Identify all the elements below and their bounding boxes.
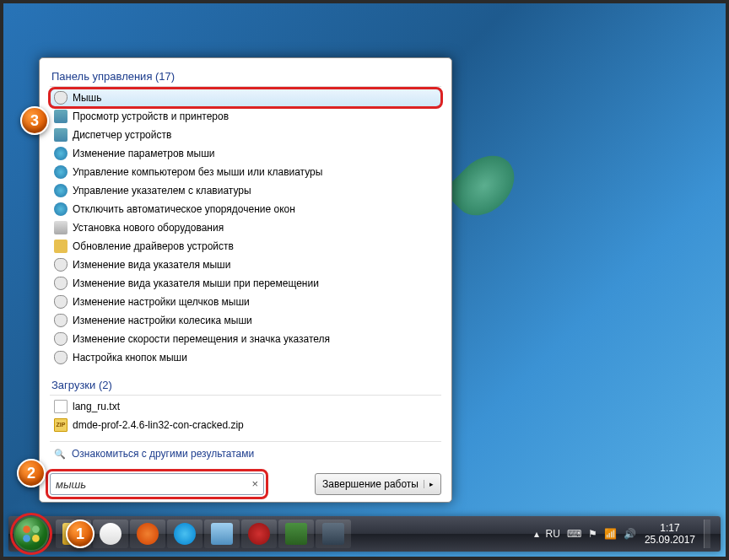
annotation-marker-1: 1 xyxy=(66,520,94,548)
ease-of-access-icon xyxy=(54,147,68,160)
result-item[interactable]: Диспетчер устройств xyxy=(50,126,441,144)
chevron-right-icon[interactable]: ▸ xyxy=(424,480,434,488)
more-results-link[interactable]: 🔍 Ознакомиться с другими результатами xyxy=(50,441,441,466)
monitor-icon xyxy=(322,523,344,545)
result-item-file[interactable]: lang_ru.txt xyxy=(50,397,441,416)
show-desktop-button[interactable] xyxy=(704,520,710,548)
result-item[interactable]: Изменение вида указателя мыши при переме… xyxy=(50,274,441,293)
result-item-mouse[interactable]: Мышь xyxy=(50,89,441,107)
mouse-icon xyxy=(54,91,68,105)
result-item[interactable]: Изменение параметров мыши xyxy=(50,144,441,163)
taskbar-app[interactable] xyxy=(204,520,240,548)
taskbar-app[interactable] xyxy=(316,520,351,548)
mouse-icon xyxy=(54,332,68,346)
result-item[interactable]: Настройка кнопок мыши xyxy=(50,348,441,367)
taskbar-excel[interactable] xyxy=(278,520,314,548)
result-item[interactable]: Изменение настройки щелчков мыши xyxy=(50,293,441,311)
start-button[interactable] xyxy=(14,516,49,552)
shutdown-button[interactable]: Завершение работы ▸ xyxy=(315,473,441,495)
ease-of-access-icon xyxy=(54,184,68,197)
skype-icon xyxy=(174,523,196,545)
clear-search-icon[interactable]: × xyxy=(251,477,258,490)
svg-point-2 xyxy=(23,535,30,542)
taskbar-skype[interactable] xyxy=(167,520,202,548)
firefox-icon xyxy=(137,523,159,545)
search-input[interactable] xyxy=(56,474,245,494)
mouse-icon xyxy=(54,295,68,309)
tray-chevron-up-icon[interactable]: ▴ xyxy=(534,528,539,540)
shutdown-label: Завершение работы xyxy=(322,478,418,490)
tray-keyboard-icon[interactable]: ⌨ xyxy=(567,528,581,540)
result-item[interactable]: Управление указателем с клавиатуры xyxy=(50,181,441,200)
tray-icons: ▴ RU ⌨ ⚑ 📶 🔊 xyxy=(534,528,636,540)
device-manager-icon xyxy=(54,128,68,142)
clock[interactable]: 1:17 25.09.2017 xyxy=(645,522,695,547)
ease-of-access-icon xyxy=(54,165,68,179)
mouse-icon xyxy=(54,258,68,272)
app-icon xyxy=(248,523,270,545)
svg-point-1 xyxy=(32,525,40,533)
devices-icon xyxy=(54,110,68,123)
panda-icon xyxy=(100,523,122,545)
result-item[interactable]: Управление компьютером без мыши или клав… xyxy=(50,163,441,181)
taskbar: ▴ RU ⌨ ⚑ 📶 🔊 1:17 25.09.2017 xyxy=(8,516,721,552)
result-item-file[interactable]: ZIPdmde-prof-2.4.6-lin32-con-cracked.zip xyxy=(50,416,441,434)
start-menu-panel: Панель управления (17) Мышь Просмотр уст… xyxy=(39,57,452,503)
search-icon: 🔍 xyxy=(53,447,67,460)
hardware-icon xyxy=(54,221,68,234)
excel-icon xyxy=(285,523,307,545)
result-item[interactable]: Отключить автоматическое упорядочение ок… xyxy=(50,200,441,218)
annotation-marker-2: 2 xyxy=(17,459,46,487)
text-file-icon xyxy=(54,400,68,413)
result-item[interactable]: Изменение настройки колесика мыши xyxy=(50,311,441,330)
category-downloads: Загрузки (2) xyxy=(50,375,441,396)
annotation-marker-3: 3 xyxy=(20,106,49,135)
tray-action-center-icon[interactable]: ⚑ xyxy=(588,528,597,540)
windows-logo-icon xyxy=(20,523,42,545)
ease-of-access-icon xyxy=(54,202,68,216)
search-results-area: Панель управления (17) Мышь Просмотр уст… xyxy=(40,58,451,471)
notepad-icon xyxy=(211,523,233,545)
result-item[interactable]: Установка нового оборудования xyxy=(50,218,441,237)
search-row: × Завершение работы ▸ xyxy=(50,473,441,495)
time-text: 1:17 xyxy=(645,522,695,534)
search-box[interactable]: × xyxy=(50,473,264,495)
svg-point-3 xyxy=(32,535,40,542)
result-item[interactable]: Просмотр устройств и принтеров xyxy=(50,107,441,126)
taskbar-app[interactable] xyxy=(93,520,128,548)
svg-point-0 xyxy=(23,525,30,533)
desktop-background-element xyxy=(459,152,560,270)
mouse-icon xyxy=(54,351,68,364)
tray-language[interactable]: RU xyxy=(546,528,560,540)
mouse-icon xyxy=(54,277,68,290)
system-tray: ▴ RU ⌨ ⚑ 📶 🔊 1:17 25.09.2017 xyxy=(534,520,716,548)
date-text: 25.09.2017 xyxy=(645,534,695,546)
result-item[interactable]: Изменение скорости перемещения и значка … xyxy=(50,330,441,348)
zip-file-icon: ZIP xyxy=(54,418,68,432)
update-icon xyxy=(54,240,68,253)
result-item[interactable]: Обновление драйверов устройств xyxy=(50,237,441,256)
taskbar-items xyxy=(56,520,351,548)
category-control-panel: Панель управления (17) xyxy=(50,67,441,87)
tray-volume-icon[interactable]: 🔊 xyxy=(624,528,636,540)
taskbar-app[interactable] xyxy=(241,520,277,548)
tray-network-icon[interactable]: 📶 xyxy=(604,528,617,540)
result-item[interactable]: Изменение вида указателя мыши xyxy=(50,256,441,274)
mouse-icon xyxy=(54,314,68,327)
taskbar-firefox[interactable] xyxy=(130,520,165,548)
